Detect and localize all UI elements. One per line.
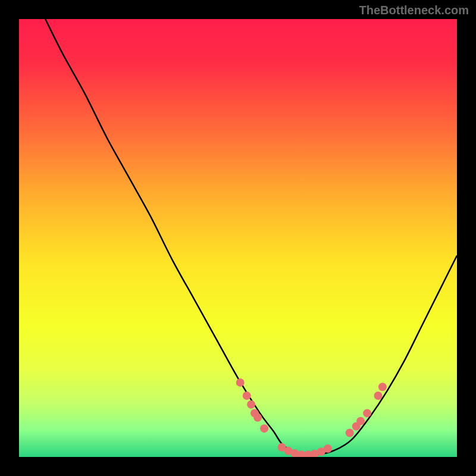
highlight-dot bbox=[247, 400, 255, 409]
highlight-dot bbox=[346, 429, 354, 437]
highlight-dot bbox=[378, 383, 387, 391]
highlight-dot bbox=[324, 444, 332, 453]
highlight-dot bbox=[374, 392, 383, 400]
highlight-dot bbox=[356, 417, 365, 425]
highlight-dots bbox=[236, 378, 387, 457]
plot-area bbox=[19, 19, 457, 457]
highlight-dot bbox=[236, 378, 245, 387]
bottleneck-curve bbox=[45, 19, 457, 455]
highlight-dot bbox=[363, 409, 371, 417]
highlight-dot bbox=[243, 392, 251, 400]
chart-svg bbox=[19, 19, 457, 457]
highlight-dot bbox=[260, 424, 268, 433]
watermark-text: TheBottleneck.com bbox=[359, 4, 469, 17]
chart-container: TheBottleneck.com bbox=[0, 0, 476, 476]
highlight-dot bbox=[253, 414, 262, 422]
